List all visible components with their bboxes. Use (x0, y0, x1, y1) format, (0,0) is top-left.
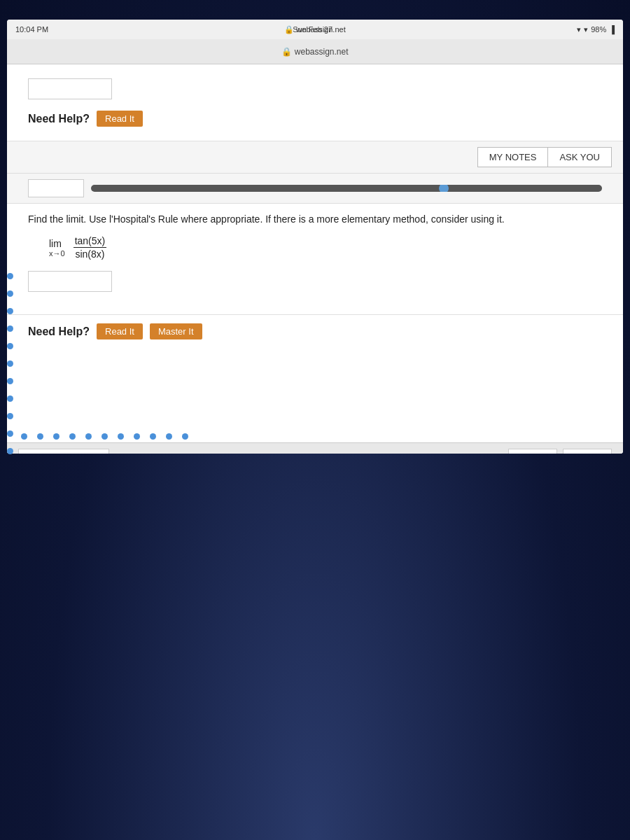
row-dot (118, 433, 124, 440)
row-dot (134, 433, 140, 440)
side-dot[interactable] (7, 326, 13, 332)
top-section: Need Help? Read It (7, 64, 623, 141)
side-dot[interactable] (7, 273, 13, 279)
question-section: Find the limit. Use l'Hospital's Rule wh… (7, 204, 623, 314)
row-dot (21, 433, 27, 440)
bottom-row-dots (21, 433, 188, 440)
row-dot (37, 433, 43, 440)
content-area: Need Help? Read It MY NOTES ASK YOU Find… (7, 64, 623, 454)
question-text: Find the limit. Use l'Hospital's Rule wh… (28, 212, 602, 227)
progress-track[interactable] (91, 185, 602, 192)
my-notes-button[interactable]: MY NOTES (477, 147, 549, 167)
status-bar: 10:04 PM Sun Feb 27 🔒 webassign.net ▾ ▾ … (7, 20, 623, 39)
status-icons: ▾ ▾ 98% ▐ (577, 25, 615, 34)
limit-with-subscript: lim x→0 (49, 238, 65, 258)
url-text: webassign.net (296, 25, 345, 34)
row-dot (85, 433, 92, 440)
side-dot[interactable] (7, 308, 13, 314)
side-dot[interactable] (7, 378, 13, 384)
top-read-it-button[interactable]: Read It (97, 111, 143, 127)
top-need-help-row: Need Help? Read It (28, 111, 602, 127)
notes-bar: MY NOTES ASK YOU (7, 141, 623, 174)
url-bar-input[interactable]: 🔒 webassign.net (14, 47, 616, 57)
master-it-button[interactable]: Master It (150, 323, 202, 340)
side-dot[interactable] (7, 396, 13, 402)
row-dot (53, 433, 59, 440)
footer-area (7, 442, 623, 454)
bottom-read-it-button[interactable]: Read It (97, 323, 143, 340)
side-dot[interactable] (7, 360, 13, 367)
row-dot (102, 433, 108, 440)
row-dot (150, 433, 156, 440)
url-display: webassign.net (295, 47, 349, 57)
row-dot (69, 433, 76, 440)
battery-icon: ▐ (609, 25, 615, 34)
footer-button-2[interactable] (563, 449, 612, 454)
battery-percentage: 98% (591, 25, 606, 34)
side-dot[interactable] (7, 448, 13, 454)
side-dot[interactable] (7, 413, 13, 419)
progress-bar-container (28, 179, 602, 197)
bottom-section: Need Help? Read It Master It (7, 314, 623, 348)
bottom-need-help-row: Need Help? Read It Master It (28, 323, 602, 340)
answer-input[interactable] (28, 271, 112, 292)
limit-subscript: x→0 (49, 249, 65, 258)
wifi-icon: ▾ (577, 25, 581, 34)
time-date: 10:04 PM (15, 25, 48, 34)
footer-input[interactable] (18, 449, 109, 454)
limit-word: lim (49, 238, 62, 249)
top-answer-input[interactable] (28, 78, 112, 99)
footer-right-buttons (508, 449, 612, 454)
row-dot (166, 433, 172, 440)
main-panel: 10:04 PM Sun Feb 27 🔒 webassign.net ▾ ▾ … (7, 20, 623, 454)
signal-icon: ▾ (584, 25, 588, 34)
footer-button-1[interactable] (508, 449, 557, 454)
top-need-help-label: Need Help? (28, 113, 90, 125)
fraction-expression: tan(5x) sin(8x) (74, 235, 107, 260)
ask-you-button[interactable]: ASK YOU (548, 147, 612, 167)
progress-thumb (439, 185, 449, 192)
progress-area (7, 174, 623, 204)
row-dot (182, 433, 188, 440)
url-bar: 🔒 webassign.net (284, 25, 345, 34)
numerator: tan(5x) (74, 235, 107, 248)
browser-chrome: 🔒 webassign.net (7, 39, 623, 64)
progress-input[interactable] (28, 179, 84, 197)
limit-expression: lim x→0 tan(5x) sin(8x) (49, 235, 602, 260)
side-dot[interactable] (7, 290, 13, 297)
side-dot[interactable] (7, 430, 13, 437)
side-dot[interactable] (7, 343, 13, 349)
side-navigation-dots (7, 273, 13, 454)
bottom-need-help-label: Need Help? (28, 326, 90, 338)
denominator: sin(8x) (74, 248, 106, 260)
